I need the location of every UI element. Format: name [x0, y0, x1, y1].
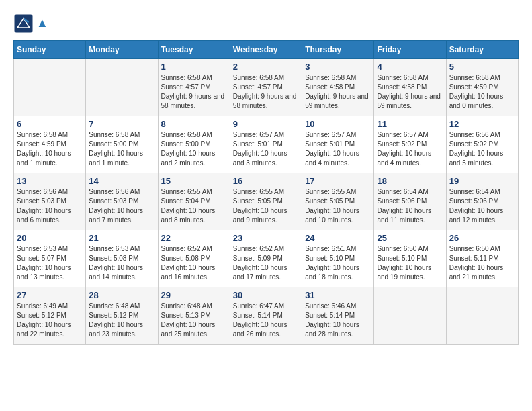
calendar-body: 1Sunrise: 6:58 AM Sunset: 4:57 PM Daylig…	[14, 59, 519, 345]
day-cell: 15Sunrise: 6:55 AM Sunset: 5:04 PM Dayli…	[158, 173, 230, 230]
day-number: 16	[233, 176, 299, 186]
day-info: Sunrise: 6:54 AM Sunset: 5:06 PM Dayligh…	[449, 187, 515, 225]
day-info: Sunrise: 6:49 AM Sunset: 5:12 PM Dayligh…	[17, 302, 83, 339]
day-number: 9	[233, 119, 299, 129]
day-number: 15	[161, 176, 227, 186]
day-cell: 27Sunrise: 6:49 AM Sunset: 5:12 PM Dayli…	[14, 287, 86, 345]
day-cell: 31Sunrise: 6:46 AM Sunset: 5:14 PM Dayli…	[302, 287, 374, 345]
calendar-table: SundayMondayTuesdayWednesdayThursdayFrid…	[13, 40, 519, 345]
day-cell: 17Sunrise: 6:55 AM Sunset: 5:05 PM Dayli…	[302, 173, 374, 230]
header-cell-monday: Monday	[86, 41, 158, 59]
day-info: Sunrise: 6:58 AM Sunset: 5:00 PM Dayligh…	[89, 130, 154, 168]
day-cell: 2Sunrise: 6:58 AM Sunset: 4:57 PM Daylig…	[230, 59, 302, 116]
header-cell-wednesday: Wednesday	[230, 41, 302, 59]
day-number: 18	[377, 176, 443, 186]
week-row-5: 27Sunrise: 6:49 AM Sunset: 5:12 PM Dayli…	[14, 287, 519, 345]
day-info: Sunrise: 6:58 AM Sunset: 4:59 PM Dayligh…	[449, 73, 515, 111]
day-number: 26	[449, 233, 515, 243]
day-cell	[86, 59, 158, 116]
day-cell: 25Sunrise: 6:50 AM Sunset: 5:10 PM Dayli…	[374, 230, 446, 287]
day-cell: 11Sunrise: 6:57 AM Sunset: 5:02 PM Dayli…	[374, 116, 446, 173]
day-info: Sunrise: 6:58 AM Sunset: 4:58 PM Dayligh…	[305, 73, 371, 111]
day-cell: 21Sunrise: 6:53 AM Sunset: 5:08 PM Dayli…	[86, 230, 158, 287]
day-number: 3	[305, 62, 371, 72]
day-number: 21	[89, 233, 154, 243]
page-header: ▲	[13, 13, 519, 34]
day-info: Sunrise: 6:48 AM Sunset: 5:12 PM Dayligh…	[89, 302, 154, 339]
header-cell-saturday: Saturday	[446, 41, 518, 59]
day-info: Sunrise: 6:50 AM Sunset: 5:11 PM Dayligh…	[449, 244, 515, 282]
day-cell: 22Sunrise: 6:52 AM Sunset: 5:08 PM Dayli…	[158, 230, 230, 287]
day-number: 19	[449, 176, 515, 186]
day-number: 10	[305, 119, 371, 129]
day-number: 22	[161, 233, 227, 243]
day-cell: 5Sunrise: 6:58 AM Sunset: 4:59 PM Daylig…	[446, 59, 518, 116]
day-info: Sunrise: 6:53 AM Sunset: 5:08 PM Dayligh…	[89, 244, 154, 282]
day-cell: 18Sunrise: 6:54 AM Sunset: 5:06 PM Dayli…	[374, 173, 446, 230]
svg-rect-0	[15, 15, 33, 33]
day-cell	[14, 59, 86, 116]
day-cell: 19Sunrise: 6:54 AM Sunset: 5:06 PM Dayli…	[446, 173, 518, 230]
day-number: 2	[233, 62, 299, 72]
day-number: 4	[377, 62, 443, 72]
day-cell: 29Sunrise: 6:48 AM Sunset: 5:13 PM Dayli…	[158, 287, 230, 345]
day-info: Sunrise: 6:55 AM Sunset: 5:05 PM Dayligh…	[305, 187, 371, 225]
day-info: Sunrise: 6:56 AM Sunset: 5:03 PM Dayligh…	[89, 187, 154, 225]
day-cell	[374, 287, 446, 345]
day-cell: 8Sunrise: 6:58 AM Sunset: 5:00 PM Daylig…	[158, 116, 230, 173]
header-cell-friday: Friday	[374, 41, 446, 59]
day-info: Sunrise: 6:55 AM Sunset: 5:05 PM Dayligh…	[233, 187, 299, 225]
day-info: Sunrise: 6:56 AM Sunset: 5:03 PM Dayligh…	[17, 187, 83, 225]
day-number: 23	[233, 233, 299, 243]
logo-text: ▲	[36, 17, 48, 30]
day-info: Sunrise: 6:58 AM Sunset: 4:58 PM Dayligh…	[377, 73, 443, 111]
day-info: Sunrise: 6:54 AM Sunset: 5:06 PM Dayligh…	[377, 187, 443, 225]
day-cell	[446, 287, 518, 345]
day-cell: 16Sunrise: 6:55 AM Sunset: 5:05 PM Dayli…	[230, 173, 302, 230]
day-info: Sunrise: 6:55 AM Sunset: 5:04 PM Dayligh…	[161, 187, 227, 225]
day-cell: 23Sunrise: 6:52 AM Sunset: 5:09 PM Dayli…	[230, 230, 302, 287]
day-cell: 3Sunrise: 6:58 AM Sunset: 4:58 PM Daylig…	[302, 59, 374, 116]
day-cell: 13Sunrise: 6:56 AM Sunset: 5:03 PM Dayli…	[14, 173, 86, 230]
day-info: Sunrise: 6:47 AM Sunset: 5:14 PM Dayligh…	[233, 302, 299, 339]
day-cell: 10Sunrise: 6:57 AM Sunset: 5:01 PM Dayli…	[302, 116, 374, 173]
day-info: Sunrise: 6:53 AM Sunset: 5:07 PM Dayligh…	[17, 244, 83, 282]
day-info: Sunrise: 6:57 AM Sunset: 5:02 PM Dayligh…	[377, 130, 443, 168]
day-info: Sunrise: 6:57 AM Sunset: 5:01 PM Dayligh…	[233, 130, 299, 168]
day-info: Sunrise: 6:58 AM Sunset: 5:00 PM Dayligh…	[161, 130, 227, 168]
day-number: 11	[377, 119, 443, 129]
day-cell: 20Sunrise: 6:53 AM Sunset: 5:07 PM Dayli…	[14, 230, 86, 287]
day-number: 5	[449, 62, 515, 72]
day-info: Sunrise: 6:52 AM Sunset: 5:09 PM Dayligh…	[233, 244, 299, 282]
day-number: 7	[89, 119, 154, 129]
header-cell-tuesday: Tuesday	[158, 41, 230, 59]
day-info: Sunrise: 6:58 AM Sunset: 4:59 PM Dayligh…	[17, 130, 83, 168]
day-info: Sunrise: 6:56 AM Sunset: 5:02 PM Dayligh…	[449, 130, 515, 168]
day-info: Sunrise: 6:58 AM Sunset: 4:57 PM Dayligh…	[161, 73, 227, 111]
day-cell: 30Sunrise: 6:47 AM Sunset: 5:14 PM Dayli…	[230, 287, 302, 345]
day-number: 24	[305, 233, 371, 243]
day-info: Sunrise: 6:52 AM Sunset: 5:08 PM Dayligh…	[161, 244, 227, 282]
week-row-3: 13Sunrise: 6:56 AM Sunset: 5:03 PM Dayli…	[14, 173, 519, 230]
day-number: 31	[305, 290, 371, 300]
day-cell: 14Sunrise: 6:56 AM Sunset: 5:03 PM Dayli…	[86, 173, 158, 230]
day-info: Sunrise: 6:58 AM Sunset: 4:57 PM Dayligh…	[233, 73, 299, 111]
day-info: Sunrise: 6:51 AM Sunset: 5:10 PM Dayligh…	[305, 244, 371, 282]
day-number: 17	[305, 176, 371, 186]
day-number: 13	[17, 176, 83, 186]
day-number: 8	[161, 119, 227, 129]
day-number: 20	[17, 233, 83, 243]
day-number: 1	[161, 62, 227, 72]
header-cell-thursday: Thursday	[302, 41, 374, 59]
day-cell: 26Sunrise: 6:50 AM Sunset: 5:11 PM Dayli…	[446, 230, 518, 287]
day-cell: 12Sunrise: 6:56 AM Sunset: 5:02 PM Dayli…	[446, 116, 518, 173]
day-number: 28	[89, 290, 154, 300]
day-number: 30	[233, 290, 299, 300]
day-number: 25	[377, 233, 443, 243]
day-number: 14	[89, 176, 154, 186]
day-cell: 1Sunrise: 6:58 AM Sunset: 4:57 PM Daylig…	[158, 59, 230, 116]
day-cell: 7Sunrise: 6:58 AM Sunset: 5:00 PM Daylig…	[86, 116, 158, 173]
day-cell: 9Sunrise: 6:57 AM Sunset: 5:01 PM Daylig…	[230, 116, 302, 173]
logo: ▲	[13, 13, 48, 34]
day-number: 12	[449, 119, 515, 129]
